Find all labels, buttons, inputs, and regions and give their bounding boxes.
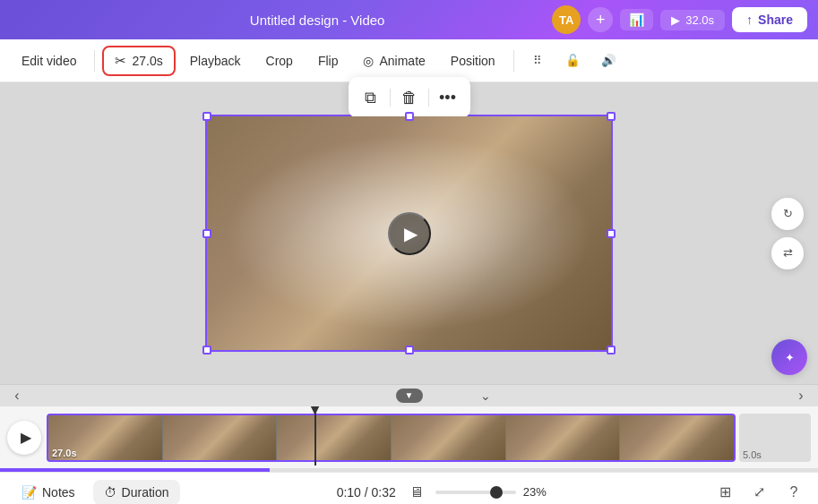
copy-button[interactable]: ⧉ xyxy=(356,82,386,113)
handle-middle-left[interactable] xyxy=(202,229,211,238)
scroll-right-button[interactable]: › xyxy=(788,382,814,409)
canvas-area: ⧉ 🗑 ••• ▶ xyxy=(0,82,818,384)
delete-button[interactable]: 🗑 xyxy=(394,82,425,113)
display-button[interactable]: 🖥 xyxy=(403,479,430,505)
timecode-display: 0:10 / 0:32 xyxy=(337,485,396,500)
notes-button[interactable]: 📝 Notes xyxy=(11,480,86,505)
add-button[interactable]: + xyxy=(588,7,613,32)
clip-frame-4 xyxy=(392,415,506,460)
main-clip[interactable]: 27.0s xyxy=(47,414,736,462)
audio-button[interactable]: 🔊 xyxy=(593,45,625,77)
scroll-chevron: ⌄ xyxy=(480,389,491,403)
zoom-thumb[interactable] xyxy=(490,486,503,499)
more-icon: ••• xyxy=(439,89,456,107)
trim-button[interactable]: ✂ 27.0s xyxy=(102,46,175,76)
help-icon: ? xyxy=(790,484,798,500)
animate-icon: ◎ xyxy=(363,54,374,68)
fullscreen-button[interactable]: ⤢ xyxy=(746,479,773,505)
position-label: Position xyxy=(451,54,495,68)
lock-icon: 🔓 xyxy=(565,54,581,67)
progress-bar xyxy=(0,468,818,472)
duration-icon: ⏱ xyxy=(104,485,116,500)
header: Untitled design - Video TA + 📊 ▶ 32.0s ↑… xyxy=(0,0,818,39)
transparency-icon: ⠿ xyxy=(533,54,542,67)
grid-view-button[interactable]: ⊞ xyxy=(712,479,739,505)
swap-button[interactable]: ⇄ xyxy=(771,237,804,269)
handle-bottom-left[interactable] xyxy=(202,346,211,355)
audio-icon: 🔊 xyxy=(601,54,616,67)
timeline-play-button[interactable]: ▶ xyxy=(7,421,41,455)
video-thumbnail: ▶ xyxy=(207,116,611,350)
clip-frame-3 xyxy=(277,415,392,460)
secondary-clip[interactable]: 5.0s xyxy=(739,414,811,462)
position-button[interactable]: Position xyxy=(440,48,506,73)
grid-icon: ⊞ xyxy=(719,483,731,500)
clip-frames xyxy=(48,415,734,460)
display-icon: 🖥 xyxy=(409,484,424,500)
rotate-button[interactable]: ↻ xyxy=(771,198,804,230)
magic-button[interactable]: ✦ xyxy=(771,339,807,375)
delete-icon: 🗑 xyxy=(401,89,418,107)
timeline-cursor xyxy=(314,410,316,466)
share-label: Share xyxy=(758,13,793,27)
playback-button[interactable]: Playback xyxy=(179,48,252,73)
right-side-buttons: ↻ ⇄ xyxy=(771,198,804,269)
scissors-icon: ✂ xyxy=(115,53,126,69)
zoom-slider-container: 🖥 xyxy=(403,479,516,505)
play-time-label: 32.0s xyxy=(685,13,714,27)
toolbar-separator-2 xyxy=(513,50,514,72)
bottom-left: 📝 Notes ⏱ Duration xyxy=(11,480,180,505)
notes-icon: 📝 xyxy=(22,485,37,500)
zoom-slider[interactable] xyxy=(435,491,516,494)
flip-label: Flip xyxy=(318,54,339,68)
scroll-left-button[interactable]: ‹ xyxy=(4,382,30,409)
toolbar-divider-2 xyxy=(428,89,429,107)
handle-top-left[interactable] xyxy=(202,112,211,121)
handle-top-right[interactable] xyxy=(607,112,616,121)
crop-button[interactable]: Crop xyxy=(255,48,304,73)
help-button[interactable]: ? xyxy=(780,479,807,505)
transparency-button[interactable]: ⠿ xyxy=(521,45,554,77)
clip-container: 27.0s 5.0s xyxy=(47,414,811,462)
avatar-button[interactable]: TA xyxy=(552,5,581,34)
edit-video-button[interactable]: Edit video xyxy=(11,48,87,73)
bottom-bar: 📝 Notes ⏱ Duration 0:10 / 0:32 🖥 23% ⊞ ⤢… xyxy=(0,472,818,504)
canvas-background[interactable]: ⧉ 🗑 ••• ▶ xyxy=(0,82,818,384)
swap-icon: ⇄ xyxy=(783,246,793,260)
expand-icon: ⤢ xyxy=(753,483,765,500)
animate-label: Animate xyxy=(379,54,425,68)
playback-label: Playback xyxy=(190,54,241,68)
magic-icon: ✦ xyxy=(785,351,795,364)
toolbar-divider xyxy=(390,89,391,107)
edit-video-label: Edit video xyxy=(22,54,76,68)
secondary-duration-label: 5.0s xyxy=(743,449,762,460)
crop-label: Crop xyxy=(266,54,293,68)
animate-button[interactable]: ◎ Animate xyxy=(352,48,435,73)
handle-top-center[interactable] xyxy=(405,112,414,121)
handle-middle-right[interactable] xyxy=(607,229,616,238)
trim-label: 27.0s xyxy=(132,54,162,68)
handle-bottom-center[interactable] xyxy=(405,346,414,355)
duration-button[interactable]: ⏱ Duration xyxy=(93,480,180,505)
clip-frame-5 xyxy=(506,415,621,460)
stats-icon: 📊 xyxy=(629,13,644,27)
share-button[interactable]: ↑ Share xyxy=(732,7,807,32)
lock-button[interactable]: 🔓 xyxy=(557,45,590,77)
play-overlay-button[interactable]: ▶ xyxy=(388,212,431,255)
rotate-icon: ↻ xyxy=(783,207,793,220)
toolbar-separator-1 xyxy=(94,50,95,72)
more-button[interactable]: ••• xyxy=(433,82,463,113)
header-center: Untitled design - Video xyxy=(250,13,385,28)
play-time-button[interactable]: ▶ 32.0s xyxy=(660,10,725,30)
clip-frame-6 xyxy=(620,415,734,460)
chevron-right-icon: › xyxy=(798,388,803,404)
clip-frame-2 xyxy=(163,415,278,460)
copy-icon: ⧉ xyxy=(365,89,376,107)
flip-button[interactable]: Flip xyxy=(307,48,349,73)
stats-button[interactable]: 📊 xyxy=(620,9,653,30)
duration-label: Duration xyxy=(122,485,169,500)
scroll-indicator: ▼ xyxy=(396,389,423,403)
handle-bottom-right[interactable] xyxy=(607,346,616,355)
video-element[interactable]: ⧉ 🗑 ••• ▶ xyxy=(205,115,613,352)
bottom-center: 0:10 / 0:32 🖥 23% xyxy=(337,479,555,505)
